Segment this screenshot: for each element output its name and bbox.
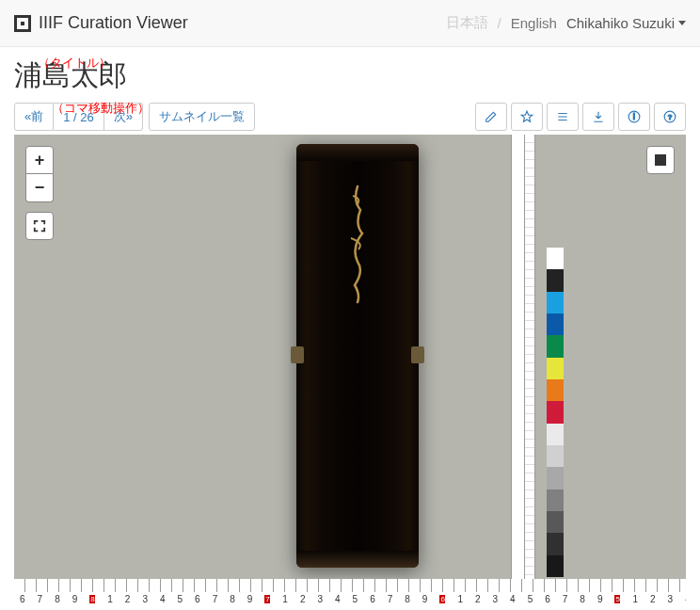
- user-menu[interactable]: Chikahiko Suzuki: [566, 15, 686, 31]
- image-viewer[interactable]: 6789801234567897012345678960123456789501…: [14, 135, 686, 605]
- info-icon: i: [628, 110, 641, 123]
- box-latch-right: [411, 346, 424, 363]
- vertical-ruler: [524, 135, 535, 605]
- prev-button[interactable]: «前: [14, 103, 54, 131]
- page-title: 浦島太郎: [14, 56, 686, 95]
- box-latch-left: [291, 346, 304, 363]
- thumbnails-button[interactable]: サムネイル一覧: [149, 103, 255, 131]
- annotation-title: （タイトル）: [38, 55, 111, 72]
- minimap-toggle-button[interactable]: [646, 146, 675, 174]
- artifact-box: [296, 144, 419, 568]
- minimap-icon: [655, 154, 666, 166]
- edit-button[interactable]: [475, 103, 507, 131]
- edit-icon: [485, 110, 498, 123]
- annotation-frame-nav: （コマ移動操作）: [52, 100, 150, 117]
- help-button[interactable]: ?: [654, 103, 686, 131]
- user-name: Chikahiko Suzuki: [566, 15, 675, 31]
- lang-japanese[interactable]: 日本語: [446, 14, 488, 32]
- fullscreen-button[interactable]: [25, 212, 54, 240]
- zoom-in-button[interactable]: +: [25, 146, 54, 174]
- star-icon: [520, 110, 533, 123]
- svg-text:?: ?: [668, 113, 673, 121]
- box-calligraphy: [343, 182, 372, 304]
- chevron-down-icon: [678, 21, 686, 25]
- iiif-logo-icon: [14, 15, 31, 32]
- color-calibration-bar: [547, 248, 564, 577]
- brand-title: IIIF Curation Viewer: [39, 13, 188, 33]
- vertical-ruler-scale: [511, 135, 524, 605]
- help-icon: ?: [663, 110, 676, 123]
- svg-text:i: i: [633, 113, 635, 121]
- lang-english[interactable]: English: [511, 15, 557, 31]
- list-icon: [556, 110, 569, 123]
- favorite-button[interactable]: [511, 103, 543, 131]
- fullscreen-icon: [33, 219, 46, 233]
- download-icon: [592, 110, 605, 123]
- lang-separator: /: [498, 15, 501, 31]
- list-button[interactable]: [547, 103, 579, 131]
- zoom-out-button[interactable]: −: [25, 174, 54, 202]
- download-button[interactable]: [582, 103, 614, 131]
- horizontal-ruler: 6789801234567897012345678960123456789501…: [14, 579, 686, 605]
- info-button[interactable]: i: [618, 103, 650, 131]
